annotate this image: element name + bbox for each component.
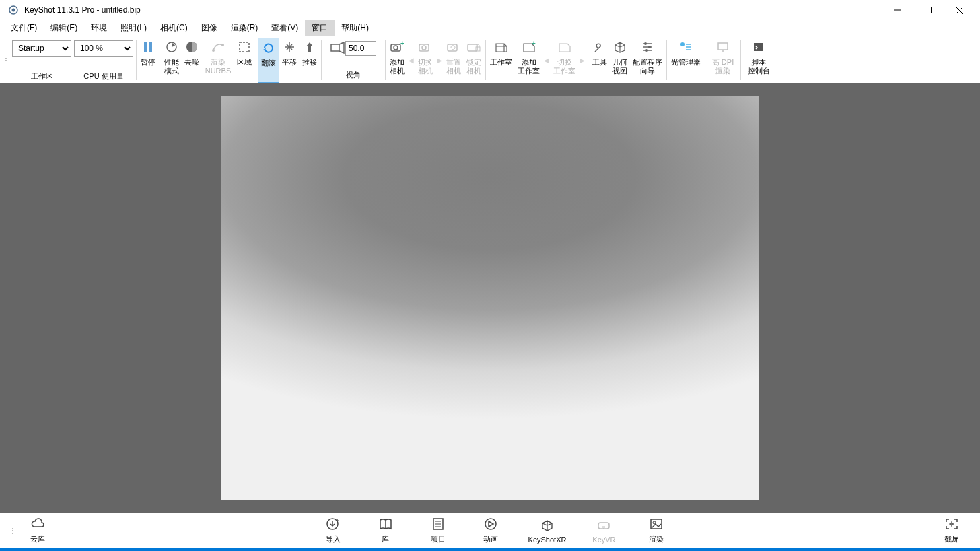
toolbar: ⋮ Startup 工作区 100 % CPU 使用量 暂停 性能 模式 去噪 … (0, 36, 980, 83)
render-image-icon (649, 517, 664, 531)
switch-studio-button: 切换 工作室 (551, 38, 578, 83)
zoom-select[interactable]: 100 % (74, 40, 133, 57)
perspective-label: 视角 (346, 70, 361, 80)
add-studio-icon: + (522, 39, 536, 55)
tools-button[interactable]: 工具 (590, 38, 610, 83)
library-button[interactable]: 库 (365, 517, 406, 544)
svg-rect-7 (149, 42, 152, 52)
bottombar-grip-icon[interactable]: ⋮ (8, 527, 18, 534)
switch-studio-icon (558, 39, 571, 55)
cpu-usage-label: CPU 使用量 (83, 71, 123, 81)
denoise-icon (186, 39, 198, 55)
prev-studio-button: ◀ (542, 38, 551, 83)
svg-point-28 (645, 49, 648, 52)
perspective-input[interactable] (345, 41, 376, 56)
svg-point-18 (422, 46, 426, 50)
geometry-view-button[interactable]: 几何 视图 (610, 38, 630, 83)
cloud-icon (30, 517, 45, 531)
menu-lighting[interactable]: 照明(L) (114, 20, 153, 36)
cube-icon (614, 39, 626, 55)
render-button[interactable]: 渲染 (636, 517, 676, 544)
add-camera-icon: + (390, 39, 404, 55)
project-button[interactable]: 项目 (418, 517, 458, 544)
window-title: KeyShot 11.3.1 Pro - untitled.bip (24, 5, 882, 15)
reset-camera-icon (447, 39, 460, 55)
keyvr-button: KeyVR (584, 517, 624, 544)
denoise-button[interactable]: 去噪 (182, 38, 202, 83)
svg-point-24 (644, 42, 647, 45)
tumble-icon (262, 40, 275, 56)
menu-view[interactable]: 查看(V) (265, 20, 305, 36)
prev-camera-button: ◀ (407, 38, 415, 83)
workspace-label: 工作区 (31, 71, 53, 81)
play-circle-icon (483, 517, 498, 531)
screenshot-button[interactable]: 截屏 (932, 517, 972, 544)
hi-dpi-render-button: 高 DPI 渲染 (707, 38, 739, 83)
monitor-icon (717, 39, 729, 55)
dolly-icon (304, 39, 316, 55)
workspace-select[interactable]: Startup (12, 40, 71, 57)
menu-edit[interactable]: 编辑(E) (44, 20, 84, 36)
config-wizard-button[interactable]: 配置程序 向导 (630, 38, 665, 83)
region-icon (238, 39, 250, 55)
dolly-button[interactable]: 推移 (300, 38, 320, 83)
studio-icon (495, 39, 508, 55)
pan-icon (283, 39, 295, 55)
menu-window[interactable]: 窗口 (305, 20, 335, 36)
svg-rect-12 (240, 42, 249, 52)
perspective-group: 视角 (323, 38, 384, 83)
document-icon (431, 517, 446, 531)
perspective-icon (330, 42, 345, 54)
svg-point-1 (12, 9, 15, 12)
menu-environment[interactable]: 环境 (84, 20, 114, 36)
pause-icon (142, 39, 154, 55)
maximize-button[interactable] (913, 0, 944, 20)
pan-button[interactable]: 平移 (279, 38, 300, 83)
menu-file[interactable]: 文件(F) (4, 20, 44, 36)
menu-help[interactable]: 帮助(H) (335, 20, 376, 36)
next-camera-button: ▶ (435, 38, 444, 83)
reset-camera-button: 重置 相机 (444, 38, 464, 83)
viewport[interactable] (0, 83, 980, 513)
cloud-library-button[interactable]: 云库 (18, 517, 58, 544)
toolbar-grip-icon[interactable]: ⋮ (1, 38, 11, 83)
nurbs-icon (212, 39, 224, 55)
script-console-button[interactable]: 脚本 控制台 (742, 38, 775, 83)
region-button[interactable]: 区域 (234, 38, 254, 83)
light-manager-button[interactable]: 光管理器 (668, 38, 703, 83)
book-icon (378, 517, 393, 531)
svg-text:+: + (532, 41, 536, 47)
light-list-icon (679, 39, 693, 55)
sliders-icon (641, 39, 654, 55)
svg-point-26 (648, 46, 651, 48)
console-icon (753, 39, 765, 55)
svg-point-15 (394, 46, 398, 50)
add-studio-button[interactable]: + 添加 工作室 (515, 38, 542, 83)
lock-camera-button: 锁定 相机 (464, 38, 484, 83)
svg-point-29 (680, 42, 685, 46)
xr-cube-icon (540, 518, 555, 533)
bottombar: ⋮ 云库 + 导入 库 项目 动画 KeyShotXR KeyVR (0, 513, 980, 548)
svg-rect-33 (718, 43, 728, 50)
animation-button[interactable]: 动画 (470, 517, 511, 544)
import-button[interactable]: + 导入 (313, 517, 353, 544)
close-button[interactable] (944, 0, 975, 20)
svg-rect-35 (754, 43, 763, 51)
studio-button[interactable]: 工作室 (487, 38, 515, 83)
add-camera-button[interactable]: + 添加 相机 (387, 38, 407, 83)
keyshotxr-button[interactable]: KeyShotXR (523, 517, 572, 544)
pause-button[interactable]: 暂停 (138, 38, 158, 83)
performance-mode-button[interactable]: 性能 模式 (162, 38, 182, 83)
tumble-button[interactable]: 翻滚 (258, 38, 279, 83)
menu-render[interactable]: 渲染(R) (224, 20, 265, 36)
taskbar (0, 548, 980, 551)
menu-image[interactable]: 图像 (195, 20, 224, 36)
render-canvas[interactable] (221, 96, 759, 500)
svg-rect-3 (925, 7, 932, 13)
svg-point-10 (212, 49, 215, 52)
svg-text:+: + (400, 41, 404, 47)
svg-text:+: + (336, 517, 339, 524)
minimize-button[interactable] (882, 0, 913, 20)
lock-camera-icon (467, 39, 481, 55)
menu-camera[interactable]: 相机(C) (153, 20, 195, 36)
